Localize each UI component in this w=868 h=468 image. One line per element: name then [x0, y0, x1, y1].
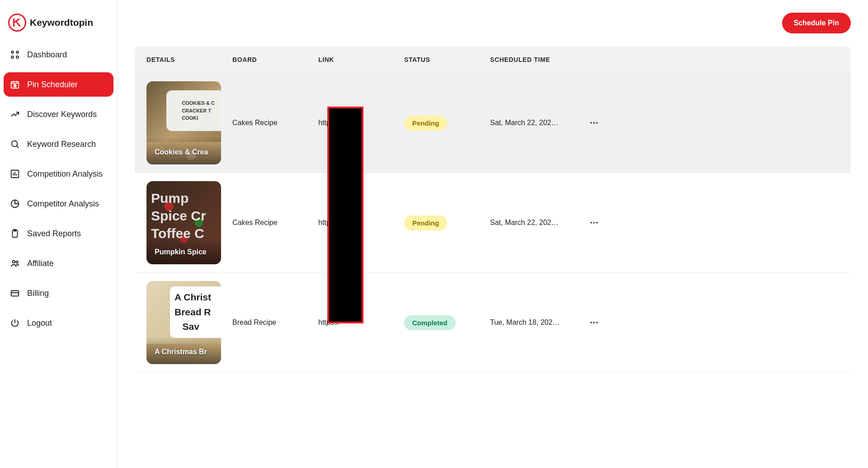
pin-title: Pumpkin Spice	[146, 240, 215, 264]
pie-icon	[10, 199, 20, 209]
sidebar-item-label: Keyword Research	[27, 140, 96, 149]
svg-point-28	[596, 222, 598, 224]
sidebar-item-label: Logout	[27, 318, 52, 328]
sidebar-item-billing[interactable]: Billing	[4, 281, 113, 305]
table-body: COOKIES & CCRACKER TCOOKICookies & CreaC…	[135, 73, 851, 373]
clipboard-icon	[10, 229, 20, 239]
nav-list: DashboardPin SchedulerDiscover KeywordsK…	[4, 42, 113, 335]
sidebar-item-logout[interactable]: Logout	[4, 311, 113, 335]
power-icon	[10, 318, 20, 328]
cell-status: Pending	[404, 116, 490, 131]
pin-title: A Christmas Br	[146, 340, 215, 364]
calendar-icon	[10, 80, 20, 89]
table-row[interactable]: A ChristBread R SavA Christmas BrBread R…	[135, 273, 851, 373]
trend-icon	[10, 109, 20, 119]
card-icon	[10, 288, 20, 298]
pin-thumbnail[interactable]: A ChristBread R SavA Christmas Br	[146, 281, 221, 364]
th-status: STATUS	[404, 56, 490, 63]
th-details: DETAILS	[146, 56, 232, 63]
brand-logo-icon	[8, 14, 26, 32]
more-menu-button[interactable]	[580, 318, 608, 328]
sidebar-item-label: Discover Keywords	[27, 110, 97, 119]
topbar: Schedule Pin	[118, 0, 868, 46]
status-badge: Pending	[404, 116, 447, 131]
th-link: LINK	[318, 56, 404, 63]
sidebar-item-label: Dashboard	[27, 50, 67, 60]
pin-thumbnail[interactable]: PumpSpice CrToffee CPumpkin Spice	[146, 181, 221, 264]
sidebar-item-label: Billing	[27, 289, 49, 298]
sidebar-item-affiliate[interactable]: Affiliate	[4, 251, 113, 276]
svg-point-25	[596, 122, 598, 124]
redaction-overlay	[327, 107, 363, 323]
sidebar-item-label: Competitor Analysis	[27, 199, 99, 209]
sidebar-scroll[interactable]: Keywordtopin DashboardPin SchedulerDisco…	[0, 0, 118, 468]
cell-scheduled: Sat, March 22, 202…	[490, 119, 580, 127]
cell-scheduled: Tue, March 18, 202…	[490, 318, 580, 327]
sidebar-item-discover-keywords[interactable]: Discover Keywords	[4, 102, 113, 126]
cell-scheduled: Sat, March 22, 202…	[490, 219, 580, 227]
users-icon	[10, 258, 20, 268]
svg-rect-3	[16, 56, 19, 58]
bar-icon	[10, 169, 20, 179]
sidebar-item-label: Competition Analysis	[27, 169, 103, 179]
cell-status: Pending	[404, 215, 490, 230]
svg-point-29	[590, 322, 592, 323]
brand: Keywordtopin	[4, 5, 113, 42]
sidebar: Keywordtopin DashboardPin SchedulerDisco…	[0, 0, 117, 359]
cell-board: Cakes Recipe	[232, 119, 318, 127]
pin-thumbnail[interactable]: COOKIES & CCRACKER TCOOKICookies & Crea	[146, 81, 221, 164]
svg-point-31	[596, 322, 598, 323]
pin-title: Cookies & Crea	[146, 140, 216, 164]
svg-point-23	[590, 122, 592, 124]
sidebar-item-keyword-research[interactable]: Keyword Research	[4, 132, 113, 156]
svg-point-30	[593, 322, 595, 323]
brand-name: Keywordtopin	[30, 17, 93, 28]
svg-point-11	[12, 141, 18, 147]
svg-point-20	[16, 261, 18, 263]
sidebar-item-label: Affiliate	[27, 259, 54, 268]
svg-point-0	[11, 51, 14, 53]
table-row[interactable]: PumpSpice CrToffee CPumpkin SpiceCakes R…	[135, 173, 851, 273]
svg-point-24	[593, 122, 595, 124]
pin-table: DETAILS BOARD LINK STATUS SCHEDULED TIME…	[118, 46, 868, 391]
main-content: Schedule Pin DETAILS BOARD LINK STATUS S…	[118, 0, 868, 468]
th-board: BOARD	[232, 56, 318, 63]
sidebar-item-saved-reports[interactable]: Saved Reports	[4, 221, 113, 246]
sidebar-item-pin-scheduler[interactable]: Pin Scheduler	[4, 72, 113, 97]
grid-icon	[10, 50, 20, 60]
th-scheduled: SCHEDULED TIME	[490, 56, 580, 63]
schedule-pin-button[interactable]: Schedule Pin	[782, 13, 851, 33]
th-actions	[580, 56, 608, 63]
status-badge: Pending	[404, 215, 447, 230]
svg-point-27	[593, 222, 595, 224]
search-icon	[10, 139, 20, 149]
status-badge: Completed	[404, 315, 456, 330]
sidebar-item-competition-analysis[interactable]: Competition Analysis	[4, 162, 113, 186]
sidebar-item-dashboard[interactable]: Dashboard	[4, 42, 113, 67]
svg-point-26	[590, 222, 592, 224]
svg-point-19	[13, 261, 15, 263]
sidebar-item-label: Pin Scheduler	[27, 80, 78, 89]
svg-line-12	[17, 146, 19, 148]
svg-point-1	[16, 51, 19, 53]
table-header: DETAILS BOARD LINK STATUS SCHEDULED TIME	[135, 46, 851, 73]
sidebar-item-competitor-analysis[interactable]: Competitor Analysis	[4, 192, 113, 216]
cell-board: Cakes Recipe	[232, 219, 318, 227]
table-row[interactable]: COOKIES & CCRACKER TCOOKICookies & CreaC…	[135, 73, 851, 173]
svg-rect-21	[11, 291, 19, 296]
cell-board: Bread Recipe	[232, 318, 318, 327]
cell-status: Completed	[404, 315, 490, 330]
sidebar-item-label: Saved Reports	[27, 229, 81, 239]
more-menu-button[interactable]	[580, 118, 608, 128]
svg-rect-2	[11, 56, 14, 58]
more-menu-button[interactable]	[580, 218, 608, 228]
